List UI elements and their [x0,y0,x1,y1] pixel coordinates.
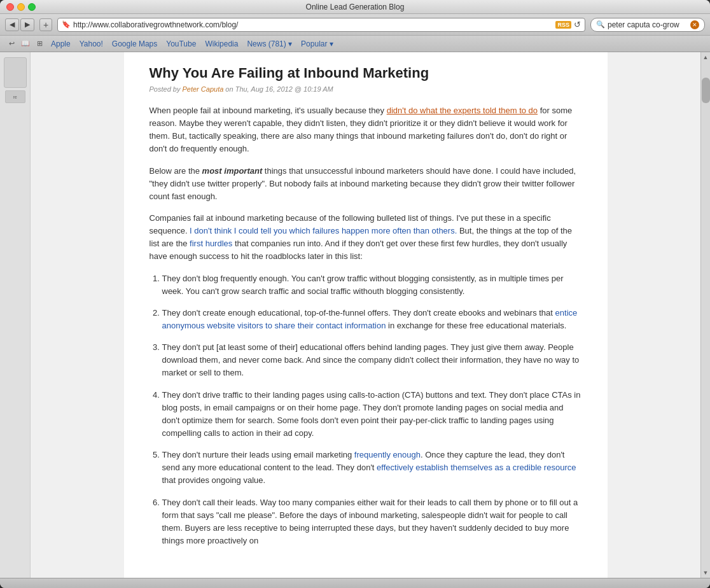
list-item-2: They don't create enough educational, to… [162,307,582,332]
bottom-bar [0,578,710,588]
search-icon: 🔍 [596,20,605,29]
list-item-4: They don't drive traffic to their landin… [162,389,582,440]
bookmark-yahoo[interactable]: Yahoo! [76,38,107,50]
list-item-5: They don't nurture their leads using ema… [162,449,582,487]
search-bar[interactable]: 🔍 peter caputa co-grow ✕ [590,18,705,32]
nav-buttons: ◀ ▶ [5,18,34,31]
sidebar-text-item[interactable]: re [5,90,25,103]
scrollbar-thumb[interactable] [702,78,710,103]
search-clear-button[interactable]: ✕ [690,20,699,29]
post-title: Why You Are Failing at Inbound Marketing [150,65,582,81]
toolbar: ◀ ▶ + 🔖 http://www.collaborativegrowthne… [0,14,710,36]
bookmarks-bar: ↩ 📖 ⊞ Apple Yahoo! Google Maps YouTube W… [0,36,710,52]
title-bar: Online Lead Generation Blog [0,0,710,14]
close-button[interactable] [6,3,14,11]
intro-paragraph-2: Below are the most important things that… [150,165,582,203]
expert-link[interactable]: didn't do what the experts told them to … [387,106,538,115]
search-value: peter caputa co-grow [608,20,688,29]
bookmarks-arrow-icon[interactable]: ↩ [5,38,18,50]
intro-paragraph-1: When people fail at inbound marketing, i… [150,104,582,156]
minimize-button[interactable] [17,3,25,11]
credible-link[interactable]: effectively establish themselves as a cr… [377,463,576,472]
bookmark-youtube[interactable]: YouTube [162,38,200,50]
reading-list-icon[interactable]: 📖 [19,38,32,50]
list-item-1: They don't blog frequently enough. You c… [162,272,582,298]
list-item-3: They don't put [at least some of their] … [162,341,582,379]
maximize-button[interactable] [28,3,36,11]
scrollbar-down-arrow[interactable]: ▼ [702,568,710,578]
scrollbar-up-arrow[interactable]: ▲ [702,52,710,62]
bookmark-popular[interactable]: Popular ▾ [297,38,337,50]
main-scroll-area[interactable]: Why You Are Failing at Inbound Marketing… [31,52,700,578]
sidebar-block-1[interactable] [4,57,27,88]
sidebar-left: re [0,52,31,578]
post-author: Peter Caputa [182,85,223,93]
content-area: re Why You Are Failing at Inbound Market… [0,52,710,578]
reload-button[interactable]: ↺ [574,20,581,29]
post-meta: Posted by Peter Caputa on Thu, Aug 16, 2… [150,85,582,93]
intro-paragraph-3: Companies fail at inbound marketing beca… [150,212,582,263]
bookmark-news[interactable]: News (781) ▾ [243,38,296,50]
bookmark-apple[interactable]: Apple [47,38,74,50]
frequently-enough-link[interactable]: frequently enough [354,450,421,459]
address-text: http://www.collaborativegrowthnetwork.co… [73,20,553,29]
failures-link[interactable]: I don't think I could tell you which fai… [190,226,457,235]
window-title: Online Lead Generation Blog [306,3,405,11]
address-bar[interactable]: 🔖 http://www.collaborativegrowthnetwork.… [57,18,585,32]
scrollbar-right[interactable]: ▲ ▼ [700,52,710,578]
first-hurdles-link[interactable]: first hurdles [190,239,232,248]
failure-list: They don't blog frequently enough. You c… [150,272,582,548]
post-body: When people fail at inbound marketing, i… [150,104,582,547]
bookmark-icon: 🔖 [62,20,71,29]
list-item-6: They don't call their leads. Way too man… [162,496,582,548]
most-important-text: most important [202,166,263,176]
forward-button[interactable]: ▶ [20,18,34,31]
rss-badge[interactable]: RSS [555,21,571,29]
traffic-lights [6,3,36,11]
grid-icon[interactable]: ⊞ [33,38,46,50]
browser-window: Online Lead Generation Blog ◀ ▶ + 🔖 http… [0,0,710,588]
bookmark-wikipedia[interactable]: Wikipedia [201,38,242,50]
add-tab-button[interactable]: + [39,18,52,31]
bookmark-google-maps[interactable]: Google Maps [108,38,161,50]
page-content: Why You Are Failing at Inbound Marketing… [124,52,608,578]
back-button[interactable]: ◀ [5,18,19,31]
